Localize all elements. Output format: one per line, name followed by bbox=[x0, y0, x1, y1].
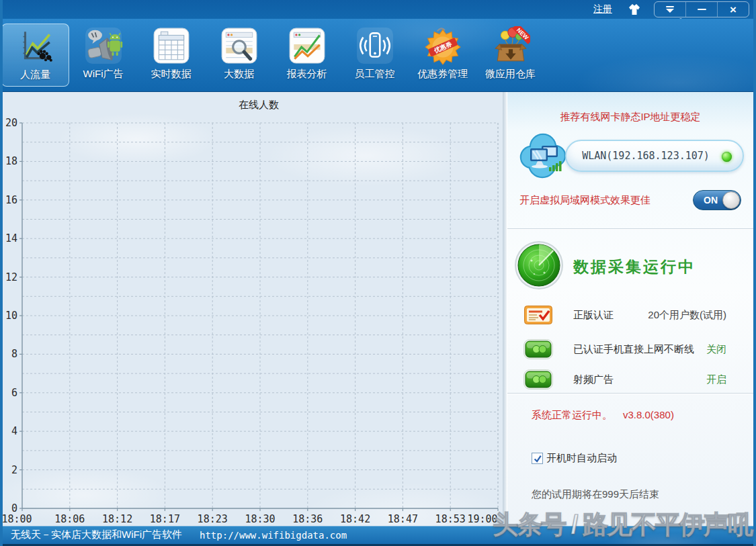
svg-text:18:12: 18:12 bbox=[102, 513, 132, 525]
background-sparkles bbox=[0, 0, 1, 1]
toggle-knob bbox=[722, 191, 740, 209]
license-row: 正版认证 20个用户数(试用) bbox=[507, 304, 753, 326]
minimize-icon[interactable] bbox=[685, 2, 717, 17]
toolbar-label: 优惠券管理 bbox=[417, 68, 468, 81]
svg-text:2: 2 bbox=[11, 464, 17, 476]
wlan-selector[interactable]: WLAN(192.168.123.107) bbox=[565, 140, 744, 172]
svg-text:8: 8 bbox=[11, 348, 17, 360]
network-tip-text: 推荐有线网卡静态IP地址更稳定 bbox=[507, 111, 753, 124]
rf-ad-row: 射频广告 开启 bbox=[507, 368, 753, 391]
autostart-label: 开机时自动启动 bbox=[546, 452, 617, 465]
statusbar-app-title: 无线天－实体店大数据和WiFi广告软件 bbox=[11, 529, 182, 541]
keepalive-action[interactable]: 关闭 bbox=[706, 343, 726, 356]
report-analysis-icon bbox=[288, 26, 327, 65]
license-users-value: 20个用户数(试用) bbox=[648, 309, 726, 322]
svg-text:6: 6 bbox=[11, 387, 17, 399]
svg-text:20: 20 bbox=[5, 117, 17, 129]
coupon-manage-icon: 优惠券 bbox=[423, 26, 462, 65]
toolbar-label: 大数据 bbox=[224, 68, 254, 81]
svg-text:18:17: 18:17 bbox=[150, 513, 180, 525]
toolbar-item-realtime-data[interactable]: 实时数据 bbox=[137, 24, 205, 87]
system-status-label: 系统正常运行中。 bbox=[532, 409, 612, 420]
network-cloud-icon[interactable] bbox=[515, 129, 571, 183]
svg-text:16: 16 bbox=[5, 194, 17, 206]
online-users-chart-section: 在线人数 18:0018:0618:1218:1718:2318:3018:36… bbox=[3, 92, 503, 526]
right-panel: 推荐有线网卡静态IP地址更稳定 bbox=[507, 92, 753, 526]
wlan-address-text: WLAN(192.168.123.107) bbox=[582, 150, 727, 162]
svg-text:18:42: 18:42 bbox=[340, 513, 370, 525]
online-users-chart: 18:0018:0618:1218:1718:2318:3018:3618:42… bbox=[3, 116, 503, 526]
net-keepalive-toggle-icon[interactable] bbox=[523, 339, 553, 359]
svg-text:4: 4 bbox=[11, 425, 17, 437]
vlan-tip-text: 开启虚拟局域网模式效果更佳 bbox=[519, 194, 650, 207]
svg-text:18:53: 18:53 bbox=[435, 513, 466, 525]
svg-text:18:36: 18:36 bbox=[292, 513, 323, 525]
wifi-ad-icon bbox=[84, 26, 123, 65]
statusbar-url-link[interactable]: http://www.wifibigdata.com bbox=[200, 530, 347, 541]
divider bbox=[507, 228, 753, 229]
license-label: 正版认证 bbox=[573, 309, 614, 322]
toolbar-item-coupon-manage[interactable]: 优惠券 优惠券管理 bbox=[409, 24, 476, 87]
micro-app-store-icon: NEW bbox=[491, 26, 530, 65]
toolbar-label: 报表分析 bbox=[287, 68, 327, 81]
close-icon[interactable]: × bbox=[717, 2, 749, 17]
keepalive-label: 已认证手机直接上网不断线 bbox=[573, 343, 694, 356]
register-link[interactable]: 注册 bbox=[593, 3, 612, 15]
window-controls: × bbox=[654, 1, 749, 17]
toolbar-item-report-analysis[interactable]: 报表分析 bbox=[273, 24, 341, 87]
app-window: 注册 × bbox=[0, 0, 756, 546]
realtime-data-icon bbox=[152, 26, 191, 65]
toolbar-item-micro-app-store[interactable]: NEW 微应用仓库 bbox=[476, 24, 544, 87]
rf-ad-toggle-icon[interactable] bbox=[523, 369, 553, 390]
svg-text:19:00: 19:00 bbox=[467, 513, 497, 525]
chart-title: 在线人数 bbox=[3, 99, 503, 111]
svg-text:12: 12 bbox=[5, 271, 17, 283]
toolbar-item-wifi-ad[interactable]: WiFi广告 bbox=[69, 24, 137, 87]
rf-ad-action[interactable]: 开启 bbox=[706, 373, 726, 386]
keepalive-row: 已认证手机直接上网不断线 关闭 bbox=[507, 338, 753, 361]
statusbar: 无线天－实体店大数据和WiFi广告软件 http://www.wifibigda… bbox=[3, 526, 753, 544]
big-data-icon bbox=[220, 26, 259, 65]
toolbar-label: 人流量 bbox=[20, 69, 50, 81]
staff-control-icon bbox=[355, 26, 394, 65]
toolbar-item-big-data[interactable]: 大数据 bbox=[205, 24, 273, 87]
license-ticket-icon[interactable] bbox=[523, 305, 553, 325]
svg-text:18:47: 18:47 bbox=[388, 513, 418, 525]
collector-status-text: 数据采集运行中 bbox=[573, 257, 696, 277]
toolbar-label: 实时数据 bbox=[151, 68, 192, 81]
svg-text:10: 10 bbox=[5, 310, 17, 322]
svg-text:18:00: 18:00 bbox=[3, 513, 32, 525]
titlebar: 注册 × bbox=[0, 0, 756, 19]
autostart-checkbox[interactable] bbox=[532, 453, 543, 464]
toolbar-label: 微应用仓库 bbox=[485, 68, 536, 81]
toolbar-label: 员工管控 bbox=[355, 68, 395, 81]
vlan-toggle-label: ON bbox=[704, 195, 718, 206]
svg-text:18:30: 18:30 bbox=[245, 513, 275, 525]
version-text: v3.8.0(380) bbox=[623, 409, 674, 420]
svg-text:18:06: 18:06 bbox=[54, 513, 85, 525]
system-status-text: 系统正常运行中。v3.8.0(380) bbox=[532, 409, 674, 422]
svg-text:14: 14 bbox=[5, 232, 17, 244]
visitor-flow-icon bbox=[16, 27, 55, 66]
divider bbox=[507, 393, 753, 394]
svg-text:18: 18 bbox=[5, 155, 17, 167]
radar-icon bbox=[514, 240, 564, 290]
toolbar-item-visitor-flow[interactable]: 人流量 bbox=[1, 24, 69, 87]
main-toolbar: 人流量 bbox=[0, 19, 756, 92]
collapse-icon[interactable] bbox=[655, 2, 685, 17]
autostart-row[interactable]: 开机时自动启动 bbox=[532, 452, 617, 465]
vlan-toggle[interactable]: ON bbox=[693, 190, 741, 210]
svg-text:0: 0 bbox=[11, 502, 17, 514]
svg-text:18:23: 18:23 bbox=[198, 513, 228, 525]
skin-shirt-icon[interactable] bbox=[626, 3, 643, 16]
toolbar-item-staff-control[interactable]: 员工管控 bbox=[341, 24, 409, 87]
toolbar-label: WiFi广告 bbox=[83, 68, 124, 81]
wlan-status-dot bbox=[722, 152, 732, 162]
trial-period-text: 您的试用期将在999天后结束 bbox=[532, 488, 659, 501]
rf-ad-label: 射频广告 bbox=[573, 373, 614, 386]
